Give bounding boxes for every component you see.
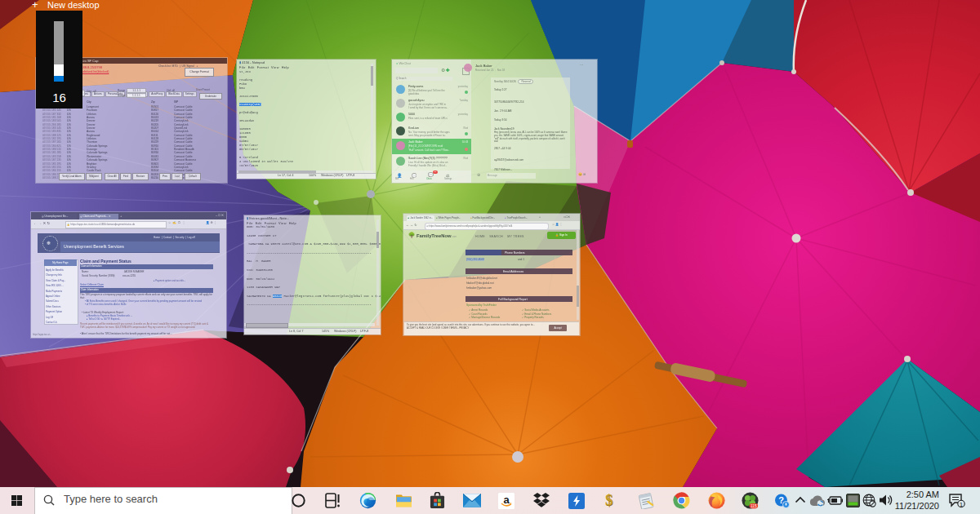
svg-text:115: 115 bbox=[751, 504, 757, 508]
svg-text:1: 1 bbox=[960, 501, 964, 508]
svg-text:a: a bbox=[503, 494, 510, 506]
